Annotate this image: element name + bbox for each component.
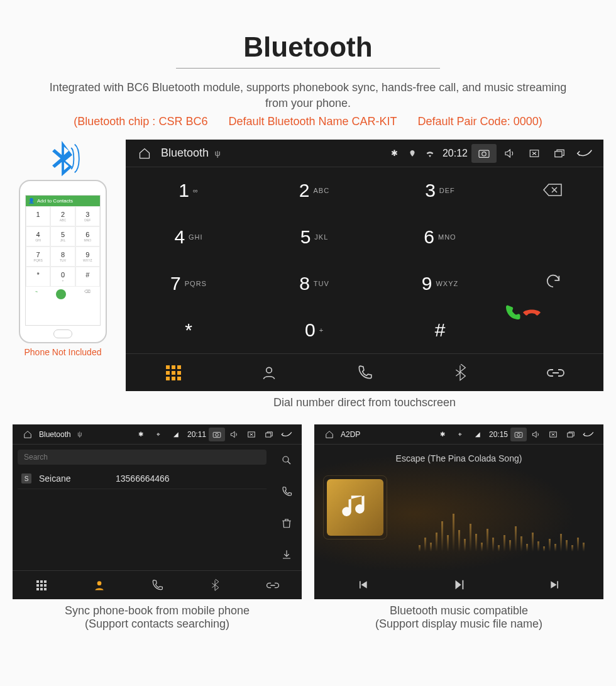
- call-button: [56, 289, 66, 299]
- svg-rect-14: [568, 433, 573, 437]
- dial-key-*[interactable]: *: [126, 307, 251, 353]
- dial-key-3[interactable]: 3DEF: [377, 167, 503, 214]
- delete-button[interactable]: [272, 507, 302, 539]
- svg-point-4: [267, 367, 272, 373]
- nav-pair[interactable]: [244, 571, 302, 599]
- backspace-icon: ⌫: [84, 289, 91, 299]
- call-accept-button[interactable]: [503, 304, 522, 353]
- nav-dialpad[interactable]: [13, 571, 70, 599]
- contact-tag: S: [21, 473, 31, 484]
- contacts-topbar: Bluetooth ψ ✱ ⌖ ◢ 20:11: [13, 424, 302, 445]
- close-button[interactable]: [544, 425, 562, 444]
- screenshot-button[interactable]: [209, 428, 225, 441]
- topbar-title: A2DP: [341, 430, 360, 439]
- track-title: Escape (The Pina Colada Song): [314, 453, 603, 463]
- music-body: Escape (The Pina Colada Song): [314, 445, 603, 570]
- play-pause-button[interactable]: [410, 570, 507, 599]
- recent-apps-button[interactable]: [260, 425, 278, 444]
- contact-number: 13566664466: [116, 473, 170, 484]
- music-topbar: A2DP ✱ ⌖ ◢ 20:15: [314, 424, 603, 445]
- svg-point-1: [482, 152, 486, 155]
- topbar-time: 20:11: [187, 430, 206, 439]
- volume-button[interactable]: [497, 144, 522, 163]
- dial-key-5[interactable]: 5JKL: [251, 214, 377, 260]
- phone-header-label: Add to Contacts: [37, 198, 73, 204]
- next-track-button[interactable]: [507, 570, 603, 599]
- row-secondary: Bluetooth ψ ✱ ⌖ ◢ 20:11 Search: [13, 424, 603, 631]
- svg-point-12: [517, 433, 520, 436]
- download-button[interactable]: [272, 539, 302, 570]
- recent-apps-button[interactable]: [547, 144, 572, 163]
- home-icon[interactable]: [19, 425, 36, 444]
- dialer-panel: Bluetooth ψ ✱ 20:12 1∞2ABC3DEF4GHI5JKL6M…: [126, 140, 603, 409]
- nav-bluetooth[interactable]: [186, 571, 244, 599]
- dial-key-6[interactable]: 6MNO: [377, 214, 503, 260]
- bluetooth-specs: (Bluetooth chip : CSR BC6 Default Blueto…: [13, 115, 603, 128]
- back-button[interactable]: [580, 425, 597, 444]
- dial-key-9[interactable]: 9WXYZ: [377, 260, 503, 307]
- dial-key-0[interactable]: 0+: [251, 307, 377, 353]
- location-icon: ⌖: [451, 431, 469, 438]
- volume-button[interactable]: [225, 425, 243, 444]
- back-button[interactable]: [278, 425, 295, 444]
- phone-caption: Phone Not Included: [13, 347, 113, 357]
- redial-button[interactable]: [503, 258, 603, 304]
- search-button[interactable]: [272, 445, 302, 476]
- home-icon[interactable]: [321, 425, 338, 444]
- dial-key-4[interactable]: 4GHI: [126, 214, 251, 260]
- music-controls: [314, 570, 603, 599]
- screenshot-button[interactable]: [510, 428, 527, 441]
- call-reject-button[interactable]: [522, 304, 542, 353]
- contact-row[interactable]: S Seicane 13566664466: [18, 468, 267, 489]
- dial-key-8[interactable]: 8TUV: [251, 260, 377, 307]
- row-main: 👤Add to Contacts 12ABC3DEF4GHI5JKL6MNO7P…: [13, 140, 603, 409]
- nav-contacts[interactable]: [70, 571, 128, 599]
- nav-contacts[interactable]: [221, 354, 317, 391]
- nav-calllog[interactable]: [317, 354, 412, 391]
- wifi-icon: ◢: [167, 431, 185, 438]
- prev-track-button[interactable]: [314, 570, 410, 599]
- album-art: [327, 479, 383, 536]
- nav-dialpad[interactable]: [126, 354, 221, 391]
- page-description: Integrated with BC6 Bluetooth module, su…: [38, 80, 578, 111]
- page-root: Bluetooth Integrated with BC6 Bluetooth …: [0, 0, 616, 650]
- usb-icon: ψ: [209, 148, 226, 158]
- svg-point-6: [216, 433, 219, 436]
- music-caption: Bluetooth music compatible (Support disp…: [314, 604, 603, 631]
- dial-area: 1∞2ABC3DEF4GHI5JKL6MNO7PQRS8TUV9WXYZ*0+#: [126, 167, 603, 353]
- dial-key-1[interactable]: 1∞: [126, 167, 251, 214]
- music-panel: A2DP ✱ ⌖ ◢ 20:15 Escape (The Pina Colada…: [314, 424, 603, 631]
- dial-key-7[interactable]: 7PQRS: [126, 260, 251, 307]
- page-title: Bluetooth: [13, 31, 603, 63]
- back-button[interactable]: [572, 144, 597, 163]
- svg-rect-8: [266, 433, 271, 437]
- close-button[interactable]: [522, 144, 547, 163]
- nav-pair[interactable]: [508, 354, 603, 391]
- wifi-icon: ◢: [469, 431, 487, 438]
- contact-name: Seicane: [39, 473, 108, 484]
- contacts-panel: Bluetooth ψ ✱ ⌖ ◢ 20:11 Search: [13, 424, 302, 631]
- close-button[interactable]: [243, 425, 260, 444]
- bluetooth-icon: [44, 140, 82, 177]
- bluetooth-status-icon: ✱: [132, 431, 150, 438]
- nav-calllog[interactable]: [128, 571, 186, 599]
- volume-button[interactable]: [527, 425, 544, 444]
- backspace-button[interactable]: [503, 167, 603, 213]
- voicemail-icon: ⌁: [35, 289, 38, 299]
- location-icon: [404, 149, 421, 158]
- svg-point-10: [97, 581, 102, 585]
- dial-key-#[interactable]: #: [377, 307, 503, 353]
- home-icon[interactable]: [132, 144, 157, 163]
- search-input[interactable]: Search: [18, 450, 267, 465]
- phone-mockup: 👤Add to Contacts 12ABC3DEF4GHI5JKL6MNO7P…: [19, 180, 107, 343]
- call-button[interactable]: [272, 476, 302, 507]
- recent-apps-button[interactable]: [562, 425, 580, 444]
- svg-rect-11: [515, 432, 522, 437]
- person-add-icon: 👤: [28, 198, 35, 204]
- screenshot-button[interactable]: [471, 144, 497, 163]
- topbar-time: 20:12: [443, 148, 468, 159]
- svg-rect-0: [479, 150, 489, 157]
- contacts-bottom-nav: [13, 570, 302, 599]
- dial-key-2[interactable]: 2ABC: [251, 167, 377, 214]
- nav-bluetooth[interactable]: [412, 354, 508, 391]
